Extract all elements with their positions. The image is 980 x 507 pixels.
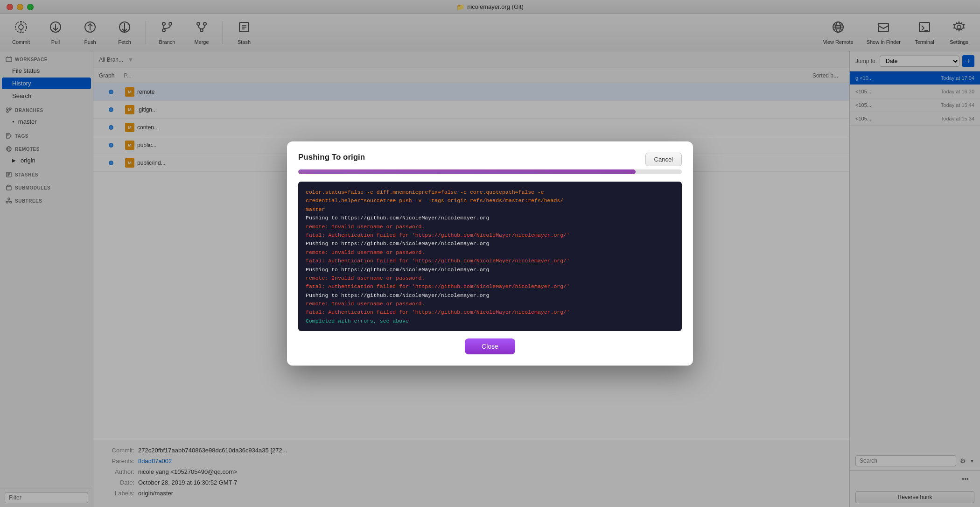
terminal-line: Pushing to https://github.com/NicoleMaye…	[306, 239, 674, 248]
push-modal: Pushing To origin Cancel color.status=fa…	[287, 141, 693, 366]
terminal-line: Completed with errors, see above	[306, 317, 674, 325]
terminal-line: remote: Invalid username or password.	[306, 248, 674, 257]
terminal-line: fatal: Authentication failed for 'https:…	[306, 257, 674, 265]
terminal-line: Pushing to https://github.com/NicoleMaye…	[306, 266, 674, 274]
terminal-output: color.status=false -c diff.mnemonicprefi…	[298, 182, 682, 331]
progress-bar	[298, 169, 682, 174]
terminal-line: remote: Invalid username or password.	[306, 300, 674, 308]
terminal-line: color.status=false -c diff.mnemonicprefi…	[306, 188, 674, 197]
terminal-line: master	[306, 205, 674, 214]
terminal-line: fatal: Authentication failed for 'https:…	[306, 308, 674, 317]
terminal-line: Pushing to https://github.com/NicoleMaye…	[306, 214, 674, 222]
modal-title: Pushing To origin	[298, 153, 682, 162]
terminal-line: fatal: Authentication failed for 'https:…	[306, 231, 674, 239]
terminal-line: credential.helper=sourcetree push -v --t…	[306, 197, 674, 205]
terminal-line: Pushing to https://github.com/NicoleMaye…	[306, 291, 674, 300]
terminal-line: remote: Invalid username or password.	[306, 223, 674, 231]
modal-overlay: Pushing To origin Cancel color.status=fa…	[0, 0, 980, 507]
modal-close-button[interactable]: Close	[465, 338, 515, 354]
terminal-line: fatal: Authentication failed for 'https:…	[306, 282, 674, 291]
progress-bar-fill	[298, 169, 636, 174]
modal-cancel-button[interactable]: Cancel	[645, 153, 682, 166]
terminal-line: remote: Invalid username or password.	[306, 274, 674, 282]
